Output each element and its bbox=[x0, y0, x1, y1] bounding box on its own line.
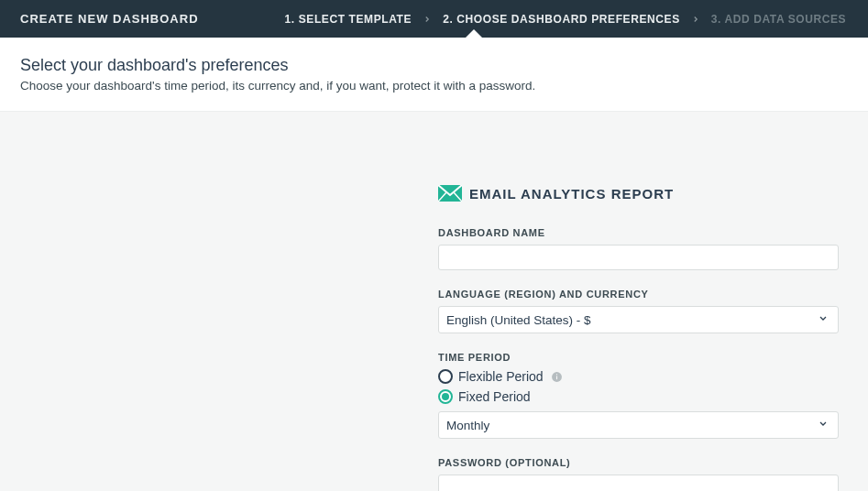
info-icon[interactable] bbox=[551, 371, 563, 383]
period-selected-value: Monthly bbox=[446, 419, 489, 432]
step-add-data-sources[interactable]: 3. ADD DATA SOURCES bbox=[709, 13, 848, 26]
step-select-template[interactable]: 1. SELECT TEMPLATE bbox=[283, 13, 414, 26]
language-group: LANGUAGE (REGION) AND CURRENCY English (… bbox=[438, 289, 839, 333]
language-label: LANGUAGE (REGION) AND CURRENCY bbox=[438, 289, 839, 300]
topbar: CREATE NEW DASHBOARD 1. SELECT TEMPLATE … bbox=[0, 0, 868, 38]
svg-rect-3 bbox=[556, 374, 557, 375]
radio-button-selected-icon bbox=[438, 389, 453, 404]
active-step-indicator bbox=[466, 29, 482, 38]
preferences-form: EMAIL ANALYTICS REPORT DASHBOARD NAME LA… bbox=[438, 185, 839, 491]
language-select[interactable]: English (United States) - $ bbox=[438, 306, 839, 333]
radio-button-icon bbox=[438, 369, 453, 384]
radio-flexible-period[interactable]: Flexible Period bbox=[438, 369, 839, 384]
subheader: Select your dashboard's preferences Choo… bbox=[0, 38, 868, 112]
form-section-title: EMAIL ANALYTICS REPORT bbox=[438, 185, 839, 202]
dashboard-name-label: DASHBOARD NAME bbox=[438, 227, 839, 238]
radio-label: Fixed Period bbox=[458, 389, 531, 404]
time-period-label: TIME PERIOD bbox=[438, 352, 839, 363]
envelope-icon bbox=[438, 185, 462, 202]
svg-rect-2 bbox=[556, 376, 557, 379]
dashboard-name-input[interactable] bbox=[438, 245, 839, 270]
language-selected-value: English (United States) - $ bbox=[446, 313, 591, 327]
chevron-right-icon bbox=[423, 15, 432, 24]
step-choose-preferences[interactable]: 2. CHOOSE DASHBOARD PREFERENCES bbox=[441, 13, 682, 26]
password-input[interactable] bbox=[438, 475, 839, 491]
chevron-right-icon bbox=[691, 15, 700, 24]
wizard-steps: 1. SELECT TEMPLATE 2. CHOOSE DASHBOARD P… bbox=[283, 13, 849, 26]
dashboard-name-group: DASHBOARD NAME bbox=[438, 227, 839, 270]
section-title-text: EMAIL ANALYTICS REPORT bbox=[469, 186, 674, 202]
password-group: PASSWORD (OPTIONAL) bbox=[438, 457, 839, 491]
chevron-down-icon bbox=[818, 313, 829, 327]
time-period-group: TIME PERIOD Flexible Period Fixed Period… bbox=[438, 352, 839, 439]
radio-fixed-period[interactable]: Fixed Period bbox=[438, 389, 839, 404]
chevron-down-icon bbox=[818, 419, 829, 432]
subheader-description: Choose your dashboard's time period, its… bbox=[20, 79, 848, 93]
subheader-title: Select your dashboard's preferences bbox=[20, 56, 848, 75]
period-select[interactable]: Monthly bbox=[438, 411, 839, 439]
password-label: PASSWORD (OPTIONAL) bbox=[438, 457, 839, 468]
content-area: EMAIL ANALYTICS REPORT DASHBOARD NAME LA… bbox=[0, 112, 868, 491]
page-title: CREATE NEW DASHBOARD bbox=[20, 12, 199, 26]
radio-label: Flexible Period bbox=[458, 369, 544, 384]
